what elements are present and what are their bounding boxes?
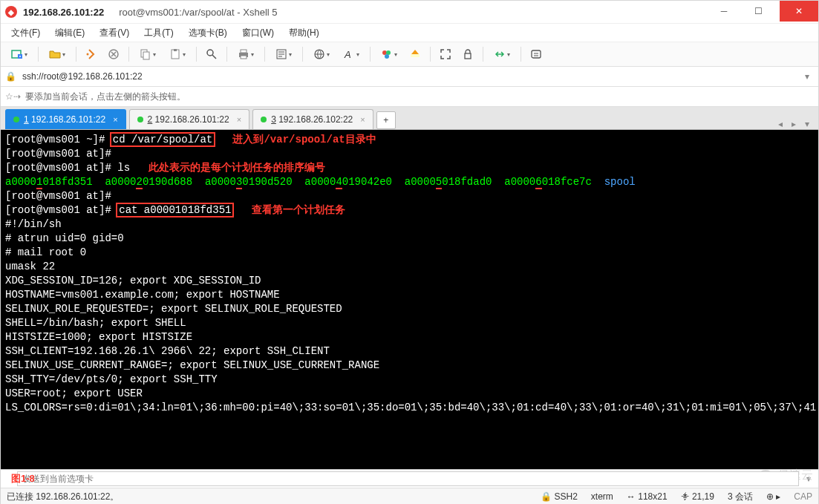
disconnect-button[interactable] xyxy=(103,45,124,64)
menu-window[interactable]: 窗口(W) xyxy=(239,25,277,41)
lock-icon: 🔒 xyxy=(5,71,16,82)
status-connection: 已连接 192.168.26.101:22。 xyxy=(7,491,119,503)
maximize-button[interactable]: ☐ xyxy=(741,1,775,22)
font-button[interactable]: A xyxy=(337,45,365,64)
status-sessions-combo[interactable]: ⊕ ▸ xyxy=(766,491,780,502)
status-dot-icon xyxy=(261,117,267,122)
title-host: 192.168.26.101:22 xyxy=(23,7,104,18)
figure-label: 图1-8 xyxy=(11,472,35,485)
svg-point-8 xyxy=(207,50,213,56)
tab-close-icon[interactable]: × xyxy=(237,115,241,124)
status-termtype: xterm xyxy=(591,491,613,502)
find-button[interactable] xyxy=(201,45,222,64)
menu-tools[interactable]: 工具(T) xyxy=(141,25,176,41)
status-bar: 已连接 192.168.26.101:22。 🔒 SSH2 xterm ↔ 11… xyxy=(1,488,818,504)
new-tab-button[interactable]: + xyxy=(376,111,396,129)
tab-session-3[interactable]: 3 192.168.26.102:22 × xyxy=(252,109,373,129)
copy-button[interactable] xyxy=(134,45,162,64)
menu-view[interactable]: 查看(V) xyxy=(97,25,132,41)
menu-file[interactable]: 文件(F) xyxy=(8,25,43,41)
compose-button[interactable] xyxy=(526,45,546,64)
xftp-button[interactable] xyxy=(488,45,516,64)
svg-rect-7 xyxy=(174,49,177,51)
compose-input[interactable] xyxy=(17,471,799,486)
hint-text: 要添加当前会话，点击左侧的箭头按钮。 xyxy=(25,91,186,103)
encoding-button[interactable] xyxy=(307,45,336,64)
compose-bar: 图1-8 ▾ xyxy=(1,469,818,488)
svg-point-2 xyxy=(87,53,89,56)
address-dropdown[interactable]: ▾ xyxy=(800,71,814,82)
app-icon: ◆ xyxy=(5,6,17,18)
menu-help[interactable]: 帮助(H) xyxy=(286,25,322,41)
close-button[interactable]: ✕ xyxy=(780,1,818,22)
title-bar: ◆ 192.168.26.101:22 root@vms001:/var/spo… xyxy=(1,1,818,23)
status-size: ↔ 118x21 xyxy=(627,491,668,502)
status-dot-icon xyxy=(137,117,143,122)
address-bar: 🔒 ▾ xyxy=(1,67,818,87)
svg-rect-19 xyxy=(465,53,471,59)
status-capslock: CAP xyxy=(794,491,812,502)
menu-edit[interactable]: 编辑(E) xyxy=(52,25,88,41)
terminal[interactable]: [root@vms001 ~]# cd /var/spool/at 进入到/va… xyxy=(1,130,818,469)
svg-rect-20 xyxy=(532,50,541,58)
tab-session-1[interactable]: 1 192.168.26.101:22 × xyxy=(5,109,126,129)
paste-button[interactable] xyxy=(163,45,192,64)
compose-target-dropdown[interactable]: ▾ xyxy=(803,474,814,484)
menu-bar: 文件(F) 编辑(E) 查看(V) 工具(T) 选项卡(B) 窗口(W) 帮助(… xyxy=(1,23,818,42)
svg-rect-18 xyxy=(411,54,420,57)
new-session-button[interactable] xyxy=(5,45,33,64)
tab-list-button[interactable]: ▾ xyxy=(800,119,814,129)
minimize-button[interactable]: ─ xyxy=(707,1,741,22)
highlight-button[interactable] xyxy=(405,45,425,64)
status-sessions: 3 会话 xyxy=(728,491,753,503)
status-cursor: ⸎ 21,19 xyxy=(681,491,714,502)
svg-rect-10 xyxy=(241,50,247,53)
open-button[interactable] xyxy=(43,45,71,64)
tab-prev-button[interactable]: ◂ xyxy=(774,119,787,129)
address-input[interactable] xyxy=(21,71,800,82)
color-button[interactable] xyxy=(375,45,403,64)
status-dot-icon xyxy=(13,117,19,122)
tab-next-button[interactable]: ▸ xyxy=(787,119,800,129)
session-tabs: 1 192.168.26.101:22 × 2 192.168.26.101:2… xyxy=(1,107,818,130)
tab-close-icon[interactable]: × xyxy=(113,115,117,124)
menu-tabs[interactable]: 选项卡(B) xyxy=(186,25,230,41)
svg-rect-11 xyxy=(241,56,247,59)
hint-bar: ☆⇢ 要添加当前会话，点击左侧的箭头按钮。 xyxy=(1,87,818,107)
svg-point-17 xyxy=(385,54,389,59)
toolbar: A xyxy=(1,42,818,67)
lock-button[interactable] xyxy=(457,45,478,64)
print-button[interactable] xyxy=(232,45,260,64)
tab-close-icon[interactable]: × xyxy=(360,115,365,124)
tab-session-2[interactable]: 2 192.168.26.101:22 × xyxy=(129,109,250,129)
bookmark-icon[interactable]: ☆⇢ xyxy=(5,91,21,102)
fullscreen-button[interactable] xyxy=(435,45,456,64)
svg-text:A: A xyxy=(344,49,351,60)
reconnect-button[interactable] xyxy=(81,45,102,64)
title-path: root@vms001:/var/spool/at - Xshell 5 xyxy=(119,7,277,18)
svg-rect-5 xyxy=(143,52,149,59)
status-protocol: 🔒 SSH2 xyxy=(541,491,578,502)
properties-button[interactable] xyxy=(270,45,298,64)
